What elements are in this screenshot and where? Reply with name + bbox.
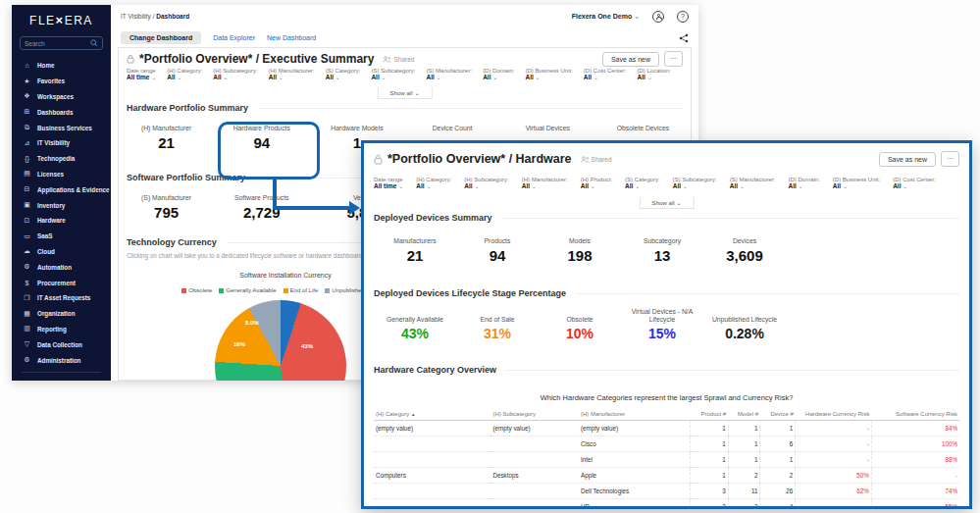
share-icon[interactable] bbox=[679, 29, 689, 47]
sidebar-item[interactable]: ⌂ Home bbox=[12, 58, 111, 74]
filter-dropdown[interactable]: (D) Location: All ⌄ bbox=[638, 68, 671, 80]
change-dashboard-button[interactable]: Change Dashboard bbox=[121, 31, 201, 44]
column-header[interactable]: (H) Subcategory bbox=[490, 408, 579, 421]
sidebar-item[interactable]: ❐ IT Asset Requests bbox=[12, 290, 111, 306]
filter-dropdown[interactable]: Date range All time ⌄ bbox=[374, 177, 403, 189]
filter-dropdown[interactable]: (D) Cost Center: All ⌄ bbox=[584, 68, 627, 80]
filter-value[interactable]: All ⌄ bbox=[730, 182, 776, 189]
filter-value[interactable]: All ⌄ bbox=[833, 182, 880, 189]
filter-dropdown[interactable]: (H) Subcategory: All ⌄ bbox=[213, 68, 257, 80]
table-row[interactable]: Cisco 1 1 6 - 100% bbox=[374, 436, 959, 452]
column-header[interactable]: Device # bbox=[760, 408, 796, 421]
avatar-icon[interactable] bbox=[652, 11, 664, 23]
filter-dropdown[interactable]: (D) Business Unit: All ⌄ bbox=[833, 177, 880, 189]
sidebar-item[interactable]: ⊞ Dashboards bbox=[12, 104, 111, 120]
filter-value[interactable]: All time ⌄ bbox=[374, 182, 403, 189]
save-as-new-button[interactable]: Save as new bbox=[602, 52, 659, 67]
filter-dropdown[interactable]: (D) Business Unit: All ⌄ bbox=[525, 68, 572, 80]
filter-dropdown[interactable]: (H) Manufacturer: All ⌄ bbox=[269, 68, 315, 80]
filter-value[interactable]: All ⌄ bbox=[326, 74, 361, 80]
sidebar-item[interactable]: ❖ Workspaces bbox=[12, 89, 111, 105]
filter-value[interactable]: All ⌄ bbox=[522, 182, 568, 189]
show-all-button[interactable]: Show all ⌄ bbox=[377, 87, 432, 99]
filter-value[interactable]: All ⌄ bbox=[464, 182, 508, 189]
filter-value[interactable]: All time ⌄ bbox=[127, 74, 156, 80]
sidebar-item[interactable]: {} Technopedia bbox=[12, 151, 111, 167]
table-row[interactable]: (empty value) (empty value) (empty value… bbox=[374, 421, 959, 436]
cell-subcategory: (empty value) bbox=[490, 421, 579, 436]
table-row[interactable]: Computers Desktops Apple 1 2 2 50% - bbox=[374, 468, 959, 484]
sidebar-item[interactable]: ▥ Reporting bbox=[12, 322, 111, 337]
breadcrumb[interactable]: IT Visibility / Dashboard bbox=[121, 13, 189, 20]
sidebar-item[interactable]: ▽ Data Collection bbox=[12, 336, 111, 352]
filter-value[interactable]: All ⌄ bbox=[167, 74, 202, 80]
table-row[interactable]: Intel 1 1 1 - 88% bbox=[374, 452, 959, 468]
filter-dropdown[interactable]: (S) Category: All ⌄ bbox=[326, 68, 361, 80]
help-icon[interactable]: ? bbox=[677, 11, 689, 23]
legend-item[interactable]: Generally Available bbox=[219, 287, 276, 293]
sidebar-item[interactable]: ⚙ Automation bbox=[12, 259, 111, 275]
pie-chart[interactable]: 43% 16% 8.0% bbox=[215, 300, 346, 381]
filter-value[interactable]: All ⌄ bbox=[426, 74, 472, 80]
filter-value[interactable]: All ⌄ bbox=[581, 182, 612, 189]
sidebar-item[interactable]: ⧉ Business Services bbox=[12, 120, 111, 135]
filter-dropdown[interactable]: (H) Manufacturer: All ⌄ bbox=[522, 177, 568, 189]
filter-dropdown[interactable]: (H) Category: All ⌄ bbox=[167, 68, 202, 80]
filter-dropdown[interactable]: (D) Cost Center: All ⌄ bbox=[893, 177, 936, 189]
more-options-button[interactable]: ⋯ bbox=[664, 51, 683, 67]
sidebar-item[interactable]: ⊡ Hardware bbox=[12, 213, 111, 229]
filter-dropdown[interactable]: (S) Subcategory: All ⌄ bbox=[371, 68, 415, 80]
filter-value[interactable]: All ⌄ bbox=[625, 182, 660, 189]
filter-value[interactable]: All ⌄ bbox=[371, 74, 415, 80]
search-input[interactable] bbox=[25, 40, 90, 47]
sidebar-item[interactable]: $ Procurement bbox=[12, 275, 111, 290]
save-as-new-button[interactable]: Save as new bbox=[879, 152, 936, 167]
account-menu[interactable]: Flexera One Demo ⌄ bbox=[572, 13, 640, 21]
filter-dropdown[interactable]: (H) Category: All ⌄ bbox=[416, 177, 451, 189]
sidebar-item[interactable]: ▦ Organization bbox=[12, 306, 111, 322]
filter-value[interactable]: All ⌄ bbox=[416, 182, 451, 189]
column-header[interactable]: (H) Manufacturer bbox=[579, 408, 690, 421]
column-header[interactable]: Model # bbox=[728, 408, 760, 421]
filter-dropdown[interactable]: (H) Subcategory: All ⌄ bbox=[464, 177, 508, 189]
sidebar-item[interactable]: ★ Favorites bbox=[12, 74, 111, 89]
filter-value[interactable]: All ⌄ bbox=[525, 74, 572, 80]
sidebar-item[interactable]: ▭ SaaS bbox=[12, 229, 111, 244]
filter-dropdown[interactable]: (S) Category: All ⌄ bbox=[625, 177, 660, 189]
filter-dropdown[interactable]: (S) Subcategory: All ⌄ bbox=[673, 177, 717, 189]
show-all-button[interactable]: Show all ⌄ bbox=[639, 197, 694, 209]
new-dashboard-link[interactable]: New Dashboard bbox=[267, 34, 316, 41]
sidebar-item[interactable]: ⊟ Applications & Evidence bbox=[12, 181, 111, 197]
column-header[interactable]: Software Currency Risk bbox=[871, 408, 959, 421]
table-row[interactable]: HP 2 2 4 - 55% bbox=[374, 499, 959, 510]
filter-value[interactable]: All ⌄ bbox=[483, 74, 514, 80]
filter-value[interactable]: All ⌄ bbox=[584, 74, 627, 80]
filter-value[interactable]: All ⌄ bbox=[788, 182, 819, 189]
filter-value[interactable]: All ⌄ bbox=[213, 74, 257, 80]
more-options-button[interactable]: ⋯ bbox=[941, 151, 959, 167]
filter-dropdown[interactable]: (H) Product: All ⌄ bbox=[581, 177, 612, 189]
legend-item[interactable]: Obsolete bbox=[181, 287, 212, 293]
filter-dropdown[interactable]: Date range All time ⌄ bbox=[127, 68, 156, 80]
column-header[interactable]: Hardware Currency Risk bbox=[796, 408, 872, 421]
breadcrumb-section[interactable]: IT Visibility bbox=[121, 13, 151, 20]
filter-dropdown[interactable]: (D) Domain: All ⌄ bbox=[788, 177, 819, 189]
legend-item[interactable]: End of Life bbox=[284, 287, 319, 293]
filter-value[interactable]: All ⌄ bbox=[638, 74, 671, 80]
filter-value[interactable]: All ⌄ bbox=[269, 74, 315, 80]
sidebar-item[interactable]: ☁ Cloud bbox=[12, 244, 111, 260]
sidebar-item[interactable]: ▣ Inventory bbox=[12, 197, 111, 213]
filter-dropdown[interactable]: (S) Manufacturer: All ⌄ bbox=[730, 177, 776, 189]
sidebar-search[interactable] bbox=[20, 36, 103, 50]
sidebar-item[interactable]: ⚙ Administration bbox=[12, 352, 111, 368]
column-header[interactable]: (H) Category ▲ bbox=[374, 408, 490, 421]
filter-value[interactable]: All ⌄ bbox=[673, 182, 717, 189]
filter-dropdown[interactable]: (S) Manufacturer: All ⌄ bbox=[426, 68, 472, 80]
data-explorer-link[interactable]: Data Explorer bbox=[213, 34, 255, 41]
filter-dropdown[interactable]: (D) Domain: All ⌄ bbox=[483, 68, 514, 80]
column-header[interactable]: Product # bbox=[690, 408, 728, 421]
sidebar-item[interactable]: ▤ Licenses bbox=[12, 167, 111, 182]
sidebar-item[interactable]: ⊿ IT Visibility bbox=[12, 135, 111, 151]
table-row[interactable]: Dell Technologies 3 11 26 62% 74% bbox=[374, 484, 959, 499]
filter-value[interactable]: All ⌄ bbox=[893, 182, 936, 189]
